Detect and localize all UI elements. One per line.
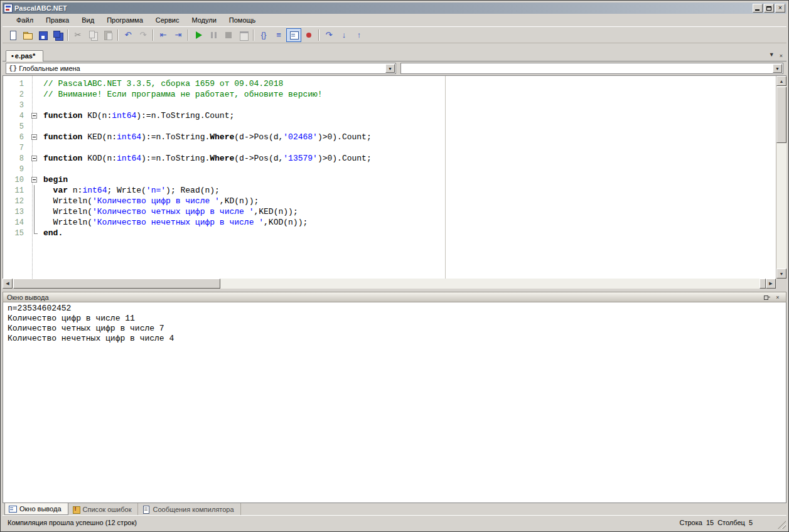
- code-line-2[interactable]: 2// Внимание! Если программа не работает…: [3, 89, 776, 100]
- menu-item-3[interactable]: Программа: [100, 14, 149, 26]
- cut-icon: ✂: [75, 31, 82, 39]
- code-line-15[interactable]: 15end.: [3, 228, 776, 238]
- scope-combo[interactable]: {} Глобальные имена ▼: [6, 63, 396, 74]
- code-line-5[interactable]: 5: [3, 121, 776, 132]
- bottom-tab-output[interactable]: Окно вывода: [4, 503, 68, 515]
- save-button[interactable]: [35, 28, 50, 42]
- output-close-button[interactable]: ×: [773, 293, 782, 301]
- fold-collapse-icon[interactable]: [31, 113, 37, 119]
- undo-button[interactable]: ↶: [121, 28, 136, 42]
- code-line-11[interactable]: 11 var n:int64; Write('n='); Read(n);: [3, 185, 776, 196]
- menu-item-0[interactable]: Файл: [10, 14, 40, 26]
- title-bar[interactable]: PascalABC.NET ×: [3, 3, 786, 14]
- tab-list-button[interactable]: ▼: [769, 51, 775, 59]
- chevron-down-icon: ▼: [769, 51, 775, 58]
- output-window-button[interactable]: [286, 28, 301, 42]
- errors-tab-icon: [72, 506, 80, 513]
- open-file-button[interactable]: [20, 28, 35, 42]
- output-tab-icon: [9, 505, 17, 513]
- close-icon: ×: [780, 53, 783, 59]
- fold-collapse-icon[interactable]: [31, 134, 37, 140]
- fold-collapse-icon[interactable]: [31, 156, 37, 161]
- vertical-scroll-thumb[interactable]: [776, 87, 786, 143]
- watch-window-icon: {}: [261, 31, 267, 39]
- editor-tab-epas[interactable]: • e.pas*: [6, 50, 43, 61]
- navigate-back-button[interactable]: ⇤: [156, 28, 171, 42]
- scroll-right-icon: ▶: [769, 281, 772, 286]
- line-number: 1: [4, 80, 30, 88]
- pin-button[interactable]: [762, 293, 771, 301]
- menu-item-4[interactable]: Сервис: [149, 14, 186, 26]
- fold-margin[interactable]: [30, 153, 41, 164]
- tab-controls: ▼ ×: [769, 51, 783, 59]
- code-line-3[interactable]: 3: [3, 100, 776, 110]
- bottom-tab-messages[interactable]: Сообщения компилятора: [138, 503, 240, 515]
- save-all-button[interactable]: [50, 28, 65, 42]
- pascalabc-window: PascalABC.NET × ФайлПравкаВидПрограммаСе…: [0, 0, 789, 532]
- code-area[interactable]: 1// PascalABC.NET 3.3.5, сборка 1659 от …: [3, 76, 776, 279]
- resize-grip[interactable]: [778, 521, 786, 529]
- horizontal-scroll-thumb[interactable]: [13, 279, 220, 289]
- step-out-button[interactable]: ↑: [352, 28, 367, 42]
- code-line-7[interactable]: 7: [3, 142, 776, 153]
- breakpoints-button[interactable]: [301, 28, 316, 42]
- menu-item-2[interactable]: Вид: [75, 14, 100, 26]
- code-line-4[interactable]: 4function KD(n:int64):=n.ToString.Count;: [3, 110, 776, 121]
- run-button[interactable]: [191, 28, 206, 42]
- horizontal-scroll-track[interactable]: [220, 279, 759, 289]
- watch-window-button[interactable]: {}: [256, 28, 271, 42]
- code-line-1[interactable]: 1// PascalABC.NET 3.3.5, сборка 1659 от …: [3, 78, 776, 89]
- code-line-9[interactable]: 9: [3, 164, 776, 174]
- scope-combo-dropdown-button[interactable]: ▼: [385, 64, 395, 73]
- vertical-scroll-track[interactable]: [776, 143, 786, 269]
- scroll-up-button[interactable]: ▲: [776, 76, 786, 86]
- menu-item-5[interactable]: Модули: [185, 14, 222, 26]
- pin-icon: [763, 294, 770, 301]
- member-combo-dropdown-button[interactable]: ▼: [773, 64, 782, 73]
- code-text: Writeln('Количество цифр в числе ',KD(n)…: [41, 196, 259, 206]
- close-button[interactable]: ×: [775, 4, 785, 13]
- copy-icon: [88, 30, 98, 40]
- minimize-icon: [755, 9, 759, 11]
- horizontal-scrollbar-row: ◀ ▶: [3, 279, 786, 289]
- code-line-6[interactable]: 6function KED(n:int64):=n.ToString.Where…: [3, 132, 776, 142]
- navigate-forward-button[interactable]: ⇥: [171, 28, 186, 42]
- horizontal-scrollbar[interactable]: ◀ ▶: [3, 279, 776, 289]
- menu-item-6[interactable]: Помощь: [223, 14, 262, 26]
- code-line-14[interactable]: 14 Writeln('Количество нечетных цифр в ч…: [3, 217, 776, 228]
- output-panel-header[interactable]: Окно вывода ×: [3, 292, 786, 302]
- call-stack-button[interactable]: ≡: [271, 28, 286, 42]
- step-into-button[interactable]: ↓: [336, 28, 352, 42]
- run-icon: [193, 30, 203, 40]
- code-line-10[interactable]: 10begin: [3, 174, 776, 185]
- member-combo[interactable]: ▼: [400, 63, 783, 74]
- fold-margin: [30, 78, 41, 89]
- open-file-icon: [23, 30, 33, 40]
- scroll-left-button[interactable]: ◀: [3, 279, 13, 289]
- save-all-icon: [53, 30, 63, 40]
- scroll-down-button[interactable]: ▼: [776, 269, 786, 279]
- fold-collapse-icon[interactable]: [31, 177, 37, 183]
- editor-split-handle[interactable]: [759, 279, 766, 289]
- line-number: 15: [4, 229, 30, 238]
- vertical-scrollbar[interactable]: ▲ ▼: [776, 76, 786, 279]
- fold-margin[interactable]: [30, 174, 41, 185]
- line-number: 14: [4, 218, 30, 227]
- bottom-tab-errors[interactable]: Список ошибок: [68, 503, 139, 515]
- fold-margin[interactable]: [30, 132, 41, 142]
- fold-margin[interactable]: [30, 110, 41, 121]
- stop-icon: [223, 30, 233, 40]
- step-over-button[interactable]: ↷: [321, 28, 336, 42]
- minimize-button[interactable]: [753, 4, 763, 13]
- scroll-right-button[interactable]: ▶: [766, 279, 776, 289]
- new-file-button[interactable]: [5, 28, 20, 42]
- code-line-8[interactable]: 8function KOD(n:int64):=n.ToString.Where…: [3, 153, 776, 164]
- app-icon[interactable]: [4, 4, 13, 13]
- code-line-12[interactable]: 12 Writeln('Количество цифр в числе ',KD…: [3, 196, 776, 206]
- fold-margin: [30, 164, 41, 174]
- menu-item-1[interactable]: Правка: [40, 14, 75, 26]
- close-tab-button[interactable]: ×: [780, 51, 783, 59]
- output-body[interactable]: n=23534602452Количество цифр в числе 11К…: [3, 302, 786, 503]
- maximize-button[interactable]: [764, 4, 774, 13]
- code-line-13[interactable]: 13 Writeln('Количество четных цифр в чис…: [3, 206, 776, 217]
